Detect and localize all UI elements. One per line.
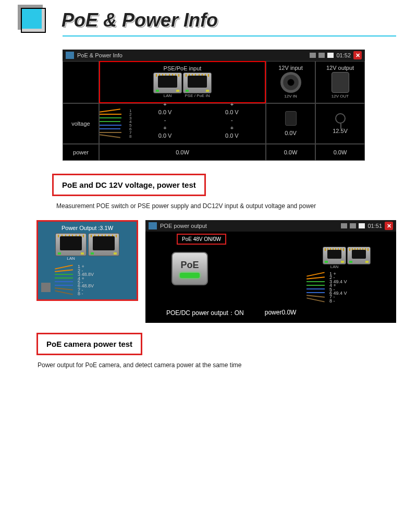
value-12in-voltage: 0.0V: [285, 130, 297, 136]
window-title: PoE & Power Info: [77, 52, 122, 58]
dc-output-icon: [332, 72, 349, 93]
cell-12in-voltage: 0.0V: [266, 103, 315, 144]
row-header-power: power: [63, 144, 99, 161]
ethernet-wires-icon: [302, 272, 328, 304]
poe-status-badge: PoE 48V ON/0W: [177, 234, 226, 245]
app-icon: [149, 222, 157, 229]
port-label-12in: 12V IN: [266, 94, 315, 99]
screenshot-poe-power-info: PoE & Power Info 01:52 ✕ PSE/PoE input: [63, 50, 365, 161]
col-12v-output: 12V output ↑ 12V OUT: [315, 61, 365, 103]
callout-box-2: PoE camera power test: [36, 333, 142, 355]
cell-pse-voltage: 12345678 ++ 0.0 V0.0 V -- ++ 0.0 V0.0 V …: [99, 103, 266, 144]
battery-icon: [359, 223, 365, 228]
cell-12in-power: 0.0W: [266, 144, 315, 161]
cell-pse-power: 0.0W: [99, 144, 266, 161]
screenshot-poe-power-output: POE power output 01:51 ✕ PoE 48V ON/0W P…: [145, 220, 396, 323]
status-icon: [318, 53, 325, 58]
cell-12out-voltage: 12.5V: [315, 103, 365, 144]
col-header-12out: 12V output: [316, 65, 364, 71]
col-header-pse: PSE/PoE input: [100, 65, 265, 71]
port-label-lan: LAN: [153, 93, 182, 98]
ethernet-wires-icon: [51, 265, 77, 296]
window-title: POE power output: [160, 223, 207, 229]
poe-led-icon: [180, 273, 200, 278]
description-1: Measurement POE switch or PSE power supp…: [56, 202, 365, 210]
header-square-icon: [21, 8, 46, 33]
port-label-lan: LAN: [55, 256, 87, 261]
rj45-port-icon: [55, 233, 87, 256]
titlebar: POE power output 01:51 ✕: [145, 220, 396, 232]
status-icon: [341, 223, 347, 228]
dc-jack-icon: [280, 72, 301, 93]
poe-toggle-button[interactable]: PoE: [171, 252, 208, 285]
close-button[interactable]: ✕: [353, 51, 362, 59]
side-pin-voltages: 1 + 2 - 3 48.8V 4 + 5 - 6 48.8V 7 - 8 -: [78, 265, 94, 296]
cell-12out-power: 0.0W: [315, 144, 365, 161]
row-header-voltage: voltage: [63, 103, 99, 144]
col-12v-input: 12V input 12V IN: [266, 61, 315, 103]
port-label-lan: LAN: [323, 264, 346, 269]
rj45-port-icon: [183, 72, 212, 93]
poe-dc-output-status: POE/DC power output：ON: [166, 309, 244, 318]
adapter-icon: [285, 111, 297, 126]
rj45-port-icon: [88, 233, 119, 256]
battery-icon: [327, 53, 334, 58]
rj45-port-icon: [153, 72, 182, 93]
page-title: PoE & Power Info: [62, 9, 218, 31]
page-header: PoE & Power Info: [0, 0, 417, 35]
power-reading: power0.0W: [265, 309, 297, 318]
description-2: Power output for PoE camera, and detect …: [38, 361, 365, 369]
close-button[interactable]: ✕: [385, 222, 393, 230]
side-panel-power-output: Power Output :3.1W LAN: [36, 220, 138, 301]
header-underline: [63, 35, 396, 37]
callout-box-1: PoE and DC 12V voltage, power test: [52, 174, 206, 196]
clock: 01:51: [367, 223, 382, 229]
ethernet-wires-icon: [100, 108, 128, 139]
titlebar: PoE & Power Info 01:52 ✕: [63, 50, 365, 61]
arrow-up-icon: ↑: [366, 74, 372, 86]
power-grid: PSE/PoE input LAN: [63, 61, 365, 161]
side-power-output-label: Power Output :3.1W: [41, 225, 133, 231]
col-pse-poe: PSE/PoE input LAN: [99, 61, 266, 103]
status-icon: [310, 53, 316, 58]
cable-loop-icon: [335, 113, 346, 124]
rj45-port-icon: [347, 247, 371, 264]
port-label-12out: 12V OUT: [316, 94, 364, 99]
status-icon: [350, 223, 356, 228]
clock: 01:52: [336, 52, 351, 58]
screen2-pin-voltages: 1 + 2 - 3 49.4 V 4 + 5 - 6 49.4 V 7 - 8 …: [329, 272, 347, 304]
poe-button-label: PoE: [180, 260, 199, 271]
rj45-port-icon: [323, 247, 346, 264]
col-header-12in: 12V input: [266, 65, 315, 71]
connector-icon: [41, 283, 51, 292]
port-label-pse: PSE / PoE IN: [183, 93, 212, 98]
app-icon: [66, 52, 74, 59]
